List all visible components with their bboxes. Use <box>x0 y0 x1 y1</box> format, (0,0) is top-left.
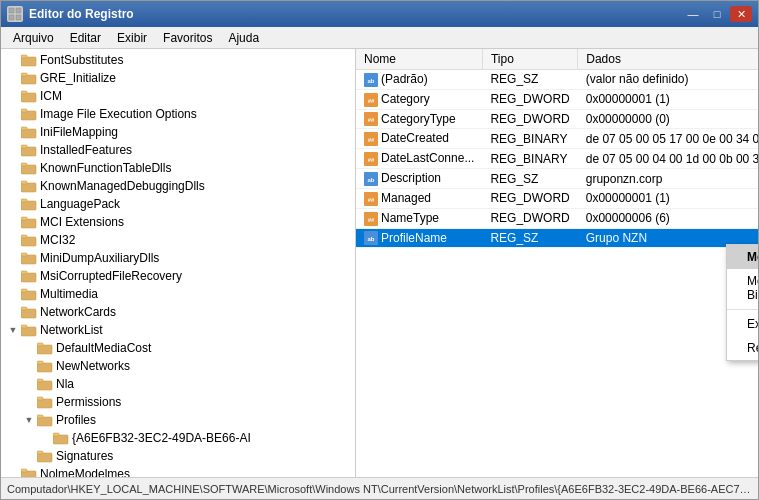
tree-expander-icon[interactable] <box>5 232 21 248</box>
tree-expander-icon[interactable]: ▼ <box>5 322 21 338</box>
tree-item[interactable]: MCI32 <box>1 231 355 249</box>
folder-icon <box>21 125 37 139</box>
tree-item[interactable]: MsiCorruptedFileRecovery <box>1 267 355 285</box>
row-name: ## DateCreated <box>356 129 482 149</box>
row-name: ## DateLastConne... <box>356 149 482 169</box>
table-row[interactable]: ## DateLastConne...REG_BINARYde 07 05 00… <box>356 149 758 169</box>
tree-expander-icon[interactable] <box>21 340 37 356</box>
tree-expander-icon[interactable] <box>21 394 37 410</box>
tree-item[interactable]: NetworkCards <box>1 303 355 321</box>
tree-expander-icon[interactable] <box>5 160 21 176</box>
table-row[interactable]: ## CategoryTypeREG_DWORD0x00000000 (0) <box>356 109 758 129</box>
table-row[interactable]: ab ProfileNameREG_SZGrupo NZN <box>356 228 758 248</box>
svg-rect-41 <box>37 379 43 382</box>
tree-expander-icon[interactable] <box>5 304 21 320</box>
main-content: FontSubstitutes GRE_Initialize ICM Image… <box>1 49 758 477</box>
tree-item[interactable]: NolmeModelmes <box>1 465 355 477</box>
tree-expander-icon[interactable] <box>5 286 21 302</box>
context-menu-item[interactable]: Excluir <box>727 312 758 336</box>
context-menu-item[interactable]: Modificar... <box>727 245 758 269</box>
menu-favoritos[interactable]: Favoritos <box>155 29 220 47</box>
tree-item[interactable]: Image File Execution Options <box>1 105 355 123</box>
tree-item[interactable]: FontSubstitutes <box>1 51 355 69</box>
tree-item[interactable]: KnownFunctionTableDlls <box>1 159 355 177</box>
menu-ajuda[interactable]: Ajuda <box>220 29 267 47</box>
svg-rect-11 <box>21 109 27 112</box>
svg-rect-30 <box>21 291 36 300</box>
svg-rect-29 <box>21 271 27 274</box>
tree-item[interactable]: MCI Extensions <box>1 213 355 231</box>
tree-expander-icon[interactable] <box>5 52 21 68</box>
tree-item[interactable]: Nla <box>1 375 355 393</box>
folder-icon <box>37 359 53 373</box>
tree-expander-icon[interactable] <box>21 358 37 374</box>
svg-rect-34 <box>21 327 36 336</box>
menu-editar[interactable]: Editar <box>62 29 109 47</box>
table-row[interactable]: ## DateCreatedREG_BINARYde 07 05 00 05 1… <box>356 129 758 149</box>
col-tipo[interactable]: Tipo <box>482 49 577 70</box>
table-row[interactable]: ## CategoryREG_DWORD0x00000001 (1) <box>356 89 758 109</box>
svg-rect-39 <box>37 361 43 364</box>
tree-expander-icon[interactable] <box>5 214 21 230</box>
svg-text:##: ## <box>368 157 375 163</box>
tree-item[interactable]: IniFileMapping <box>1 123 355 141</box>
svg-rect-22 <box>21 219 36 228</box>
tree-item[interactable]: Permissions <box>1 393 355 411</box>
tree-item[interactable]: ▼ NetworkList <box>1 321 355 339</box>
row-name-text: NameType <box>381 211 439 225</box>
tree-expander-icon[interactable] <box>5 196 21 212</box>
context-menu-item[interactable]: Modificar Dados Binári... <box>727 269 758 307</box>
tree-item[interactable]: GRE_Initialize <box>1 69 355 87</box>
tree-expander-icon[interactable] <box>5 106 21 122</box>
table-row[interactable]: ab DescriptionREG_SZgruponzn.corp <box>356 169 758 189</box>
tree-expander-icon[interactable] <box>5 142 21 158</box>
tree-item[interactable]: ▼ Profiles <box>1 411 355 429</box>
tree-item[interactable]: DefaultMediaCost <box>1 339 355 357</box>
svg-rect-25 <box>21 235 27 238</box>
tree-item[interactable]: MiniDumpAuxiliaryDlls <box>1 249 355 267</box>
minimize-button[interactable]: — <box>682 6 704 22</box>
tree-expander-icon[interactable] <box>5 250 21 266</box>
table-row[interactable]: ## NameTypeREG_DWORD0x00000006 (6) <box>356 208 758 228</box>
tree-expander-icon[interactable] <box>21 376 37 392</box>
row-name-text: (Padrão) <box>381 72 428 86</box>
tree-expander-icon[interactable] <box>5 466 21 477</box>
tree-expander-icon[interactable] <box>21 448 37 464</box>
tree-expander-icon[interactable] <box>37 430 53 446</box>
menu-exibir[interactable]: Exibir <box>109 29 155 47</box>
tree-item[interactable]: Signatures <box>1 447 355 465</box>
row-name-text: Description <box>381 171 441 185</box>
col-dados[interactable]: Dados <box>578 49 758 70</box>
tree-item[interactable]: NewNetworks <box>1 357 355 375</box>
tree-item[interactable]: LanguagePack <box>1 195 355 213</box>
tree-expander-icon[interactable] <box>5 268 21 284</box>
tree-expander-icon[interactable] <box>5 124 21 140</box>
tree-expander-icon[interactable] <box>5 178 21 194</box>
context-menu-item[interactable]: Renomear <box>727 336 758 360</box>
tree-scroll-area[interactable]: FontSubstitutes GRE_Initialize ICM Image… <box>1 49 355 477</box>
tree-item[interactable]: InstalledFeatures <box>1 141 355 159</box>
tree-item[interactable]: {A6E6FB32-3EC2-49DA-BE66-AI <box>1 429 355 447</box>
tree-item[interactable]: KnownManagedDebuggingDlls <box>1 177 355 195</box>
menu-arquivo[interactable]: Arquivo <box>5 29 62 47</box>
tree-expander-icon[interactable]: ▼ <box>21 412 37 428</box>
svg-rect-4 <box>21 57 36 66</box>
tree-item[interactable]: Multimedia <box>1 285 355 303</box>
svg-rect-7 <box>21 73 27 76</box>
row-data: 0x00000001 (1) <box>578 188 758 208</box>
table-row[interactable]: ab (Padrão)REG_SZ(valor não definido) <box>356 70 758 90</box>
tree-item[interactable]: ICM <box>1 87 355 105</box>
maximize-button[interactable]: □ <box>706 6 728 22</box>
folder-icon <box>37 395 53 409</box>
folder-icon <box>37 377 53 391</box>
col-nome[interactable]: Nome <box>356 49 482 70</box>
tree-expander-icon[interactable] <box>5 70 21 86</box>
row-type: REG_SZ <box>482 169 577 189</box>
table-row[interactable]: ## ManagedREG_DWORD0x00000001 (1) <box>356 188 758 208</box>
svg-rect-27 <box>21 253 27 256</box>
close-button[interactable]: ✕ <box>730 6 752 22</box>
folder-icon <box>21 215 37 229</box>
svg-text:##: ## <box>368 137 375 143</box>
tree-panel: FontSubstitutes GRE_Initialize ICM Image… <box>1 49 356 477</box>
tree-expander-icon[interactable] <box>5 88 21 104</box>
